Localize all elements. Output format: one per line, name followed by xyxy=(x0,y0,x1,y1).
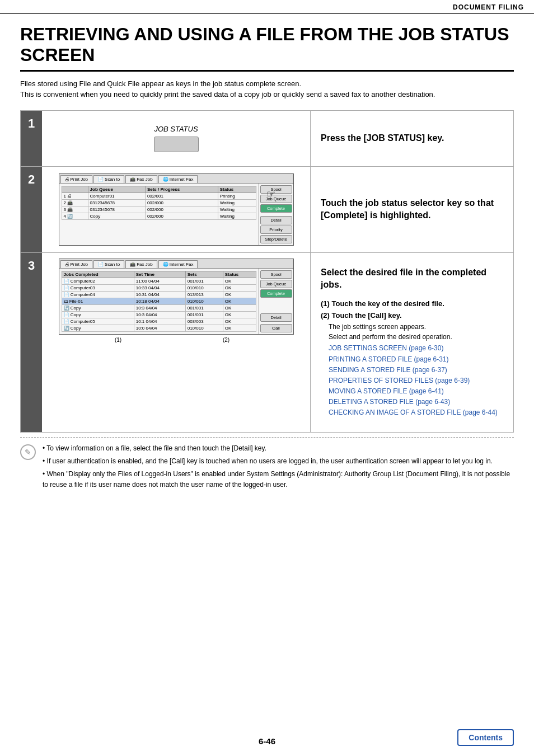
notes-section: ✎ To view information on a file, select … xyxy=(20,437,514,493)
link-sending[interactable]: SENDING A STORED FILE (page 6-37) xyxy=(321,365,503,375)
step-2-instruction: Touch the job status selector key so tha… xyxy=(321,197,503,222)
step-3-row: 3 🖨Print Job 📄Scan to 📠Fax Job xyxy=(21,253,513,432)
detail-btn-3: Detail xyxy=(260,313,292,322)
link-checking[interactable]: CHECKING AN IMAGE OF A STORED FILE (page… xyxy=(321,407,503,418)
spool-btn: Spool xyxy=(260,185,292,194)
table-row: 🔄 Copy 10:3 04/04 001/001 OK xyxy=(62,304,256,311)
step-3-detail1: The job settings screen appears. xyxy=(321,323,503,331)
complete-btn: Complete xyxy=(260,204,292,213)
table-row: 📄 Computer05 10:1 04/04 003/003 OK xyxy=(62,318,256,325)
priority-btn: Priority xyxy=(260,226,292,234)
table-row: 3 📠 0312345678 002/000 Waiting xyxy=(62,206,256,213)
screen-2-sidebar: Spool Job Queue Complete Detail Priority… xyxy=(259,184,293,245)
step-1-instruction: Press the [JOB STATUS] key. xyxy=(321,132,503,144)
screen-3-body: Jobs Completed Set Time Sets Status 📄 Co… xyxy=(59,269,293,334)
link-printing[interactable]: PRINTING A STORED FILE (page 6-31) xyxy=(321,354,503,365)
step-3-left: 🖨Print Job 📄Scan to 📠Fax Job 🌐Internet F… xyxy=(42,253,311,432)
table-row: 2 📠 0312345678 002/000 Waiting xyxy=(62,199,256,206)
step-3-number: 3 xyxy=(21,253,42,432)
step-1-row: 1 JOB STATUS Press the [JOB STATUS] key. xyxy=(21,111,513,167)
job-queue-btn-3: Job Queue xyxy=(260,280,292,288)
intro-text: Files stored using File and Quick File a… xyxy=(20,78,514,100)
note-content: To view information on a file, select th… xyxy=(43,443,514,493)
tab3-scan-to: 📄Scan to xyxy=(93,260,124,268)
note-icon: ✎ xyxy=(20,444,36,460)
table-row: 📄 Computer04 10:31 04/04 013/013 OK xyxy=(62,291,256,298)
table-row: 📄 Copy 10:3 04/04 001/001 OK xyxy=(62,311,256,318)
step-2-left: 🖨Print Job 📄Scan to 📠Fax Job 🌐Internet F… xyxy=(42,167,311,252)
stop-delete-btn: Stop/Delete xyxy=(260,235,292,243)
step-3-instruction: Select the desired file in the completed… xyxy=(321,266,503,292)
callout-1-label: (1) xyxy=(115,337,121,343)
tab-scan-to: 📄Scan to xyxy=(93,175,124,183)
contents-button[interactable]: Contents xyxy=(457,729,514,746)
screen-2-tabs: 🖨Print Job 📄Scan to 📠Fax Job 🌐Internet F… xyxy=(59,174,293,184)
note-3: When "Display only the Files of Logged-i… xyxy=(43,469,514,490)
job-status-label: JOB STATUS xyxy=(154,125,198,133)
step-3-screen: 🖨Print Job 📄Scan to 📠Fax Job 🌐Internet F… xyxy=(59,259,294,335)
screen-3-tabs: 🖨Print Job 📄Scan to 📠Fax Job 🌐Internet F… xyxy=(59,259,293,269)
table-row-selected: 🗂 File-01 10:18 04/04 010/010 OK xyxy=(62,298,256,304)
job-queue-btn: Job Queue xyxy=(260,195,292,203)
tab3-print-job: 🖨Print Job xyxy=(60,260,93,268)
callout-2-label: (2) xyxy=(223,337,229,343)
note-1: To view information on a file, select th… xyxy=(43,443,514,454)
step-1-number: 1 xyxy=(21,111,42,166)
step-3-sub-list: (1) Touch the key of the desired file. (… xyxy=(321,299,503,323)
header-title: DOCUMENT FILING xyxy=(453,3,524,11)
screen-3-table: Jobs Completed Set Time Sets Status 📄 Co… xyxy=(62,271,256,332)
detail-btn: Detail xyxy=(260,216,292,224)
screen-2-main: Job Queue Sets / Progress Status 1 🖨 Com… xyxy=(59,184,259,245)
page-header: DOCUMENT FILING xyxy=(0,0,534,14)
cursor-icon: ☞ xyxy=(266,188,275,200)
note-2: If user authentication is enabled, and t… xyxy=(43,456,514,467)
tab-internet-fax: 🌐Internet Fax xyxy=(158,175,198,183)
link-deleting[interactable]: DELETING A STORED FILE (page 6-43) xyxy=(321,397,503,407)
screen-3-sidebar: Spool Job Queue Complete Detail Call xyxy=(259,269,293,334)
screen-2-body: Job Queue Sets / Progress Status 1 🖨 Com… xyxy=(59,184,293,245)
table-row: 1 🖨 Computer01 002/001 Printing xyxy=(62,192,256,199)
step-3-detail2: Select and perform the desired operation… xyxy=(321,333,503,341)
link-properties[interactable]: PROPERTIES OF STORED FILES (page 6-39) xyxy=(321,375,503,386)
screen-3-main: Jobs Completed Set Time Sets Status 📄 Co… xyxy=(59,269,259,334)
step-3-sub1: (1) Touch the key of the desired file. xyxy=(321,299,503,308)
table-row: 4 🔄 Copy 002/000 Waiting xyxy=(62,213,256,219)
step-2-screen: 🖨Print Job 📄Scan to 📠Fax Job 🌐Internet F… xyxy=(59,173,294,246)
screen-2-table: Job Queue Sets / Progress Status 1 🖨 Com… xyxy=(62,186,256,220)
step-3-right: Select the desired file in the completed… xyxy=(311,253,513,432)
table-row: 📄 Computer02 11:00 04/04 001/001 OK xyxy=(62,278,256,284)
tab-fax-job: 📠Fax Job xyxy=(125,175,157,183)
step-1-right: Press the [JOB STATUS] key. xyxy=(311,111,513,166)
step-2-right: Touch the job status selector key so tha… xyxy=(311,167,513,252)
table-row: 🔄 Copy 10:0 04/04 010/010 OK xyxy=(62,325,256,331)
call-btn: Call xyxy=(260,324,292,332)
spool-btn-3: Spool xyxy=(260,270,292,279)
page-title: RETRIEVING AND USING A FILE FROM THE JOB… xyxy=(20,24,514,72)
tab3-internet-fax: 🌐Internet Fax xyxy=(158,260,198,268)
page-number: 6-46 xyxy=(259,736,275,746)
page-footer: 6-46 xyxy=(0,736,534,746)
complete-btn-3: Complete xyxy=(260,289,292,298)
link-job-settings[interactable]: JOB SETTINGS SCREEN (page 6-30) xyxy=(321,343,503,354)
tab3-fax-job: 📠Fax Job xyxy=(125,260,157,268)
job-status-key-area: JOB STATUS xyxy=(154,125,199,152)
step-2-number: 2 xyxy=(21,167,42,252)
step-1-left: JOB STATUS xyxy=(42,111,311,166)
table-row: 📄 Computer03 10:33 04/04 010/010 OK xyxy=(62,284,256,291)
main-content: RETRIEVING AND USING A FILE FROM THE JOB… xyxy=(0,14,534,503)
steps-container: 1 JOB STATUS Press the [JOB STATUS] key.… xyxy=(20,110,514,433)
link-moving[interactable]: MOVING A STORED FILE (page 6-41) xyxy=(321,386,503,397)
step3-callout-labels: (1) (2) xyxy=(59,337,294,343)
step-3-sub2: (2) Touch the [Call] key. xyxy=(321,311,503,320)
job-status-key xyxy=(154,137,199,152)
step-2-row: 2 🖨Print Job 📄Scan to 📠Fax Job xyxy=(21,167,513,253)
tab-print-job: 🖨Print Job xyxy=(60,175,93,183)
